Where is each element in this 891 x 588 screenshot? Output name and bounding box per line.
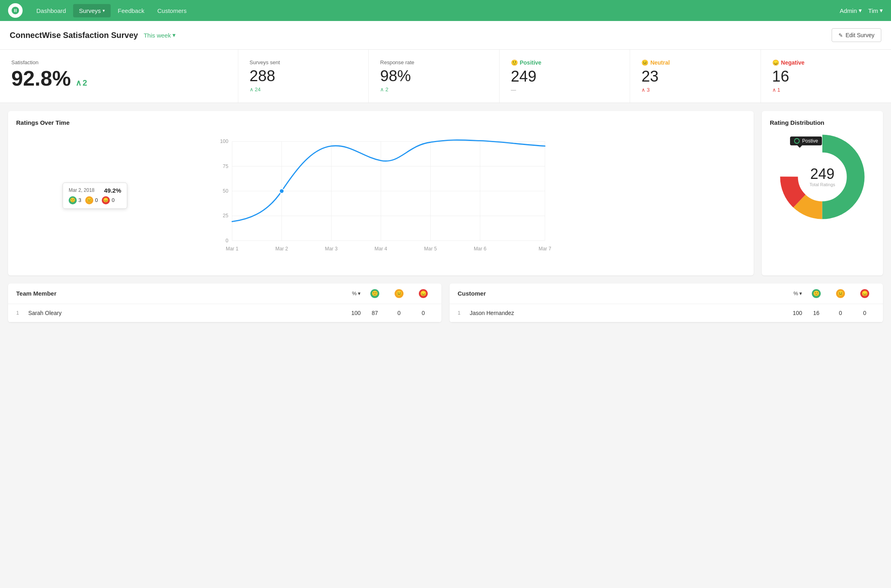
satisfaction-delta-arrow: ∧ <box>76 78 82 88</box>
customer-table-card: Customer % ▾ 🙂 😐 😞 1 Jason Hernandez <box>450 284 883 322</box>
surveys-delta-arrow: ∧ <box>250 86 254 92</box>
negative-title: 😞 Negative <box>772 59 880 66</box>
tooltip-neutral-emoji: 😐 <box>85 196 93 204</box>
satisfaction-value-row: 92.8% ∧ 2 <box>11 68 227 89</box>
cust-positive-header-icon: 🙂 <box>812 289 821 298</box>
team-col-positive-icon: 🙂 <box>365 289 385 298</box>
cust-row-name: Jason Hernandez <box>470 310 774 316</box>
surveys-sent-label: Surveys sent <box>250 59 357 65</box>
stat-positive: 🙂 Positive 249 — <box>500 50 630 103</box>
customer-col-pct[interactable]: % ▾ <box>778 290 802 296</box>
svg-text:Mar 5: Mar 5 <box>424 246 437 252</box>
cust-row-neutral: 0 <box>830 310 851 316</box>
surveys-sent-delta: ∧ 24 <box>250 86 357 92</box>
positive-value: 249 <box>511 68 618 85</box>
main-content: Ratings Over Time 100 75 50 25 0 <box>0 103 891 330</box>
svg-text:Mar 7: Mar 7 <box>538 246 551 252</box>
svg-text:Mar 6: Mar 6 <box>474 246 487 252</box>
positive-header-icon: 🙂 <box>370 289 379 298</box>
page-header: ConnectWise Satisfaction Survey This wee… <box>0 21 891 50</box>
satisfaction-value: 92.8% <box>11 68 71 89</box>
team-col-neutral-icon: 😐 <box>389 289 409 298</box>
svg-point-17 <box>279 189 284 193</box>
satisfaction-label: Satisfaction <box>11 59 227 65</box>
admin-menu[interactable]: Admin ▾ <box>840 7 862 14</box>
tooltip-pct: 49.2% <box>104 187 121 194</box>
neutral-delta-arrow: ∧ <box>641 87 645 93</box>
positive-title: 🙂 Positive <box>511 59 618 66</box>
team-table-card: Team Member % ▾ 🙂 😐 😞 1 Sarah Oleary <box>8 284 441 322</box>
svg-text:100: 100 <box>220 139 229 144</box>
svg-text:0: 0 <box>225 237 228 243</box>
customer-col-customer: Customer <box>458 290 774 297</box>
cust-row-negative: 0 <box>855 310 875 316</box>
charts-row: Ratings Over Time 100 75 50 25 0 <box>8 111 883 275</box>
cust-row-pct: 100 <box>778 310 802 316</box>
neutral-header-icon: 😐 <box>395 289 403 298</box>
team-row-pct: 100 <box>336 310 361 316</box>
svg-text:50: 50 <box>223 188 229 194</box>
nav-surveys[interactable]: Surveys ▾ <box>73 4 110 17</box>
cust-row-positive: 16 <box>806 310 826 316</box>
header-left: ConnectWise Satisfaction Survey This wee… <box>10 31 176 40</box>
response-rate-label: Response rate <box>380 59 488 65</box>
admin-dropdown-icon: ▾ <box>859 7 862 14</box>
donut-wrap: Postive <box>770 132 875 221</box>
negative-delta-arrow: ∧ <box>772 87 776 93</box>
line-chart-card: Ratings Over Time 100 75 50 25 0 <box>8 111 754 275</box>
navbar-logo <box>8 3 23 18</box>
cust-row-num: 1 <box>458 310 466 316</box>
tooltip-ratings: 🙂 3 😐 0 😞 0 <box>69 196 121 204</box>
response-delta-arrow: ∧ <box>380 86 384 92</box>
stat-satisfaction: Satisfaction 92.8% ∧ 2 <box>0 50 238 103</box>
nav-feedback[interactable]: Feedback <box>112 4 150 17</box>
cust-negative-header-icon: 😞 <box>860 289 869 298</box>
tables-row: Team Member % ▾ 🙂 😐 😞 1 Sarah Oleary <box>8 284 883 322</box>
response-rate-delta: ∧ 2 <box>380 86 488 92</box>
svg-text:Mar 2: Mar 2 <box>275 246 288 252</box>
team-table-row: 1 Sarah Oleary 100 87 0 0 <box>8 304 441 322</box>
team-table-header: Team Member % ▾ 🙂 😐 😞 <box>8 284 441 304</box>
stat-negative: 😞 Negative 16 ∧ 1 <box>761 50 891 103</box>
nav-dashboard[interactable]: Dashboard <box>31 4 71 17</box>
stat-response-rate: Response rate 98% ∧ 2 <box>369 50 499 103</box>
negative-value: 16 <box>772 68 880 85</box>
surveys-sent-value: 288 <box>250 68 357 85</box>
svg-text:75: 75 <box>223 163 229 169</box>
negative-delta: ∧ 1 <box>772 87 880 93</box>
customer-table-row: 1 Jason Hernandez 100 16 0 0 <box>450 304 883 322</box>
svg-text:Mar 3: Mar 3 <box>325 246 338 252</box>
team-row-positive: 87 <box>365 310 385 316</box>
customer-table-header: Customer % ▾ 🙂 😐 😞 <box>450 284 883 304</box>
negative-emoji: 😞 <box>772 59 779 66</box>
team-row-name: Sarah Oleary <box>28 310 332 316</box>
neutral-delta: ∧ 3 <box>641 87 749 93</box>
donut-chart-title: Rating Distribution <box>770 119 875 126</box>
donut-svg <box>778 132 867 221</box>
cust-col-neutral-icon: 😐 <box>830 289 851 298</box>
surveys-dropdown-icon: ▾ <box>103 8 105 13</box>
positive-delta: — <box>511 87 618 93</box>
team-col-member: Team Member <box>16 290 332 297</box>
svg-text:Mar 4: Mar 4 <box>374 246 387 252</box>
nav-customers[interactable]: Customers <box>151 4 192 17</box>
edit-survey-button[interactable]: ✎ Edit Survey <box>832 28 881 42</box>
cust-col-positive-icon: 🙂 <box>806 289 826 298</box>
pct-sort-icon: ▾ <box>358 290 361 296</box>
tooltip-positive: 🙂 3 <box>69 196 81 204</box>
positive-emoji: 🙂 <box>511 59 518 66</box>
week-filter[interactable]: This week ▾ <box>144 32 176 39</box>
cust-pct-sort-icon: ▾ <box>799 290 802 296</box>
user-menu[interactable]: Tim ▾ <box>868 7 883 14</box>
edit-icon: ✎ <box>838 32 843 38</box>
team-col-pct[interactable]: % ▾ <box>336 290 361 296</box>
page-title: ConnectWise Satisfaction Survey <box>10 31 138 40</box>
stat-neutral: 😐 Neutral 23 ∧ 3 <box>630 50 761 103</box>
donut-tooltip-arrow <box>797 145 802 148</box>
chart-tooltip: Mar 2, 2018 49.2% 🙂 3 😐 0 😞 <box>63 183 127 209</box>
cust-col-negative-icon: 😞 <box>855 289 875 298</box>
stats-row: Satisfaction 92.8% ∧ 2 Surveys sent 288 … <box>0 50 891 103</box>
satisfaction-delta: ∧ 2 <box>76 78 87 88</box>
navbar: Dashboard Surveys ▾ Feedback Customers A… <box>0 0 891 21</box>
neutral-value: 23 <box>641 68 749 85</box>
